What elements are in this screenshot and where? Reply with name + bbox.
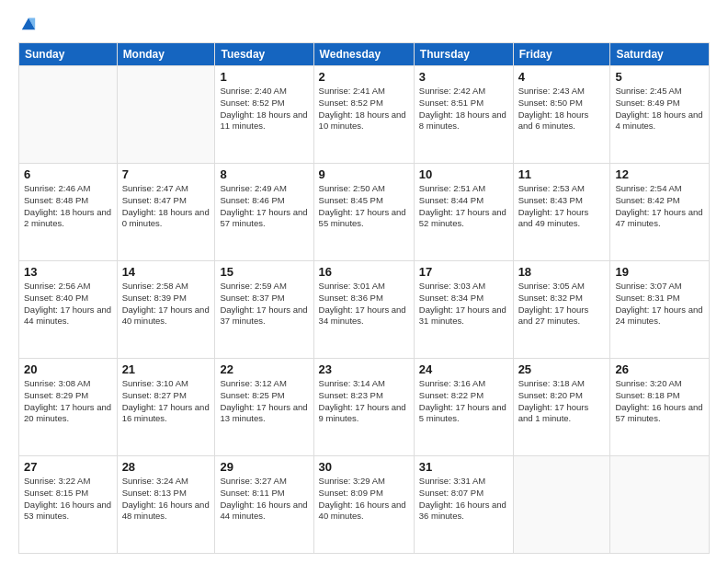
calendar-cell: 4Sunrise: 2:43 AM Sunset: 8:50 PM Daylig…: [513, 66, 610, 164]
day-info: Sunrise: 3:20 AM Sunset: 8:18 PM Dayligh…: [615, 378, 704, 425]
day-number: 17: [419, 265, 508, 279]
day-number: 20: [24, 362, 112, 376]
calendar-cell: 20Sunrise: 3:08 AM Sunset: 8:29 PM Dayli…: [19, 359, 118, 456]
day-number: 18: [518, 265, 606, 279]
day-number: 23: [319, 362, 409, 376]
day-info: Sunrise: 3:16 AM Sunset: 8:22 PM Dayligh…: [419, 378, 508, 425]
calendar-cell: 23Sunrise: 3:14 AM Sunset: 8:23 PM Dayli…: [313, 359, 414, 456]
day-info: Sunrise: 2:40 AM Sunset: 8:52 PM Dayligh…: [220, 86, 308, 132]
day-info: Sunrise: 2:49 AM Sunset: 8:46 PM Dayligh…: [220, 183, 308, 230]
calendar-cell: [117, 66, 215, 164]
day-number: 31: [419, 460, 508, 474]
calendar-cell: 7Sunrise: 2:47 AM Sunset: 8:47 PM Daylig…: [117, 164, 215, 261]
calendar-week-row: 20Sunrise: 3:08 AM Sunset: 8:29 PM Dayli…: [19, 359, 710, 456]
day-info: Sunrise: 3:31 AM Sunset: 8:07 PM Dayligh…: [419, 476, 508, 523]
weekday-header-sunday: Sunday: [19, 43, 118, 66]
day-number: 30: [319, 460, 409, 474]
calendar-cell: 9Sunrise: 2:50 AM Sunset: 8:45 PM Daylig…: [313, 164, 414, 261]
weekday-header-thursday: Thursday: [414, 43, 513, 66]
day-number: 11: [518, 167, 606, 181]
day-number: 6: [24, 167, 112, 181]
calendar-cell: 15Sunrise: 2:59 AM Sunset: 8:37 PM Dayli…: [215, 261, 313, 359]
day-info: Sunrise: 2:53 AM Sunset: 8:43 PM Dayligh…: [518, 183, 606, 230]
calendar-cell: 27Sunrise: 3:22 AM Sunset: 8:15 PM Dayli…: [19, 456, 118, 554]
day-info: Sunrise: 3:08 AM Sunset: 8:29 PM Dayligh…: [24, 378, 112, 425]
weekday-header-monday: Monday: [117, 43, 215, 66]
weekday-header-wednesday: Wednesday: [313, 43, 414, 66]
day-number: 12: [615, 167, 704, 181]
logo: [18, 15, 37, 33]
day-number: 3: [419, 70, 508, 84]
logo-icon: [20, 15, 37, 31]
day-info: Sunrise: 2:46 AM Sunset: 8:48 PM Dayligh…: [24, 183, 112, 230]
day-info: Sunrise: 3:03 AM Sunset: 8:34 PM Dayligh…: [419, 281, 508, 327]
day-info: Sunrise: 2:45 AM Sunset: 8:49 PM Dayligh…: [615, 86, 704, 132]
calendar-cell: 5Sunrise: 2:45 AM Sunset: 8:49 PM Daylig…: [610, 66, 710, 164]
day-info: Sunrise: 3:27 AM Sunset: 8:11 PM Dayligh…: [220, 476, 308, 523]
calendar-cell: [19, 66, 118, 164]
day-number: 26: [615, 362, 704, 376]
day-info: Sunrise: 3:22 AM Sunset: 8:15 PM Dayligh…: [24, 476, 112, 523]
calendar-cell: 16Sunrise: 3:01 AM Sunset: 8:36 PM Dayli…: [313, 261, 414, 359]
calendar-cell: 18Sunrise: 3:05 AM Sunset: 8:32 PM Dayli…: [513, 261, 610, 359]
day-info: Sunrise: 2:41 AM Sunset: 8:52 PM Dayligh…: [319, 86, 409, 132]
day-number: 22: [220, 362, 308, 376]
day-number: 16: [319, 265, 409, 279]
day-number: 14: [122, 265, 210, 279]
calendar-cell: 14Sunrise: 2:58 AM Sunset: 8:39 PM Dayli…: [117, 261, 215, 359]
day-info: Sunrise: 3:14 AM Sunset: 8:23 PM Dayligh…: [319, 378, 409, 425]
day-number: 7: [122, 167, 210, 181]
calendar-cell: 12Sunrise: 2:54 AM Sunset: 8:42 PM Dayli…: [610, 164, 710, 261]
day-info: Sunrise: 2:50 AM Sunset: 8:45 PM Dayligh…: [319, 183, 409, 230]
day-number: 15: [220, 265, 308, 279]
calendar-cell: 1Sunrise: 2:40 AM Sunset: 8:52 PM Daylig…: [215, 66, 313, 164]
day-info: Sunrise: 3:01 AM Sunset: 8:36 PM Dayligh…: [319, 281, 409, 327]
day-number: 24: [419, 362, 508, 376]
day-info: Sunrise: 2:54 AM Sunset: 8:42 PM Dayligh…: [615, 183, 704, 230]
page: SundayMondayTuesdayWednesdayThursdayFrid…: [0, 0, 728, 563]
day-info: Sunrise: 3:12 AM Sunset: 8:25 PM Dayligh…: [220, 378, 308, 425]
day-number: 29: [220, 460, 308, 474]
day-number: 25: [518, 362, 606, 376]
calendar-cell: 17Sunrise: 3:03 AM Sunset: 8:34 PM Dayli…: [414, 261, 513, 359]
calendar-cell: 26Sunrise: 3:20 AM Sunset: 8:18 PM Dayli…: [610, 359, 710, 456]
calendar-cell: 21Sunrise: 3:10 AM Sunset: 8:27 PM Dayli…: [117, 359, 215, 456]
calendar-cell: 25Sunrise: 3:18 AM Sunset: 8:20 PM Dayli…: [513, 359, 610, 456]
day-number: 8: [220, 167, 308, 181]
day-number: 2: [319, 70, 409, 84]
calendar-cell: [513, 456, 610, 554]
day-info: Sunrise: 2:47 AM Sunset: 8:47 PM Dayligh…: [122, 183, 210, 230]
calendar-cell: 10Sunrise: 2:51 AM Sunset: 8:44 PM Dayli…: [414, 164, 513, 261]
calendar-cell: 2Sunrise: 2:41 AM Sunset: 8:52 PM Daylig…: [313, 66, 414, 164]
day-info: Sunrise: 3:10 AM Sunset: 8:27 PM Dayligh…: [122, 378, 210, 425]
day-number: 5: [615, 70, 704, 84]
calendar-cell: 31Sunrise: 3:31 AM Sunset: 8:07 PM Dayli…: [414, 456, 513, 554]
day-info: Sunrise: 2:51 AM Sunset: 8:44 PM Dayligh…: [419, 183, 508, 230]
day-info: Sunrise: 2:58 AM Sunset: 8:39 PM Dayligh…: [122, 281, 210, 327]
calendar-cell: 6Sunrise: 2:46 AM Sunset: 8:48 PM Daylig…: [19, 164, 118, 261]
day-number: 27: [24, 460, 112, 474]
day-number: 1: [220, 70, 308, 84]
day-number: 19: [615, 265, 704, 279]
calendar-cell: 13Sunrise: 2:56 AM Sunset: 8:40 PM Dayli…: [19, 261, 118, 359]
day-number: 28: [122, 460, 210, 474]
day-info: Sunrise: 3:18 AM Sunset: 8:20 PM Dayligh…: [518, 378, 606, 425]
calendar-cell: 28Sunrise: 3:24 AM Sunset: 8:13 PM Dayli…: [117, 456, 215, 554]
calendar-cell: 19Sunrise: 3:07 AM Sunset: 8:31 PM Dayli…: [610, 261, 710, 359]
day-number: 21: [122, 362, 210, 376]
day-number: 9: [319, 167, 409, 181]
day-info: Sunrise: 2:42 AM Sunset: 8:51 PM Dayligh…: [419, 86, 508, 132]
day-info: Sunrise: 3:24 AM Sunset: 8:13 PM Dayligh…: [122, 476, 210, 523]
day-info: Sunrise: 3:05 AM Sunset: 8:32 PM Dayligh…: [518, 281, 606, 327]
weekday-header-friday: Friday: [513, 43, 610, 66]
calendar-cell: 3Sunrise: 2:42 AM Sunset: 8:51 PM Daylig…: [414, 66, 513, 164]
calendar-week-row: 27Sunrise: 3:22 AM Sunset: 8:15 PM Dayli…: [19, 456, 710, 554]
calendar-week-row: 1Sunrise: 2:40 AM Sunset: 8:52 PM Daylig…: [19, 66, 710, 164]
day-number: 13: [24, 265, 112, 279]
calendar-week-row: 6Sunrise: 2:46 AM Sunset: 8:48 PM Daylig…: [19, 164, 710, 261]
calendar-week-row: 13Sunrise: 2:56 AM Sunset: 8:40 PM Dayli…: [19, 261, 710, 359]
day-info: Sunrise: 2:56 AM Sunset: 8:40 PM Dayligh…: [24, 281, 112, 327]
day-info: Sunrise: 2:43 AM Sunset: 8:50 PM Dayligh…: [518, 86, 606, 132]
day-info: Sunrise: 2:59 AM Sunset: 8:37 PM Dayligh…: [220, 281, 308, 327]
day-info: Sunrise: 3:07 AM Sunset: 8:31 PM Dayligh…: [615, 281, 704, 327]
